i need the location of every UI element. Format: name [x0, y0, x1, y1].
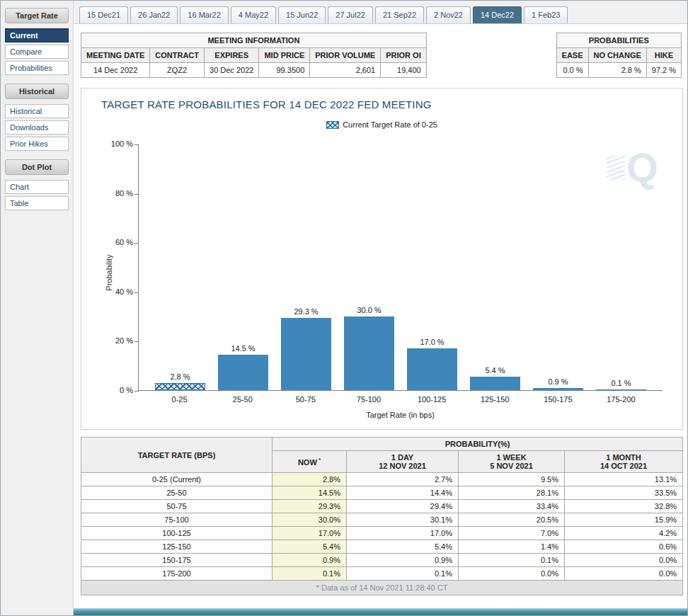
bar-value-label-100-125: 17.0 %: [420, 338, 444, 346]
bar-125-150: [470, 377, 520, 390]
sidebar-item-historical[interactable]: Historical: [5, 104, 69, 118]
tab-15-dec21[interactable]: 15 Dec21: [79, 6, 128, 23]
legend-hatched-swatch-icon: [326, 121, 339, 129]
sidebar-item-compare[interactable]: Compare: [5, 45, 69, 59]
sidebar-item-current[interactable]: Current: [5, 28, 69, 42]
sidebar-header-historical: Historical: [5, 84, 69, 99]
bar-175-200: [596, 389, 646, 390]
x-axis-title: Target Rate (in bps): [138, 411, 663, 419]
plot-area: Q 2.8 %14.5 %29.3 %30.0 %17.0 %5.4 %0.9 …: [138, 144, 663, 391]
y-tick-0: [134, 391, 139, 392]
rate-cell-25-50: 25-50: [81, 486, 273, 500]
sidebar-header-target-rate: Target Rate: [5, 8, 69, 23]
sidebar: Target RateCurrentCompareProbabilitiesHi…: [1, 1, 73, 615]
rate-cell-0-25-current: 0-25 (Current): [81, 473, 273, 486]
prob-col-sub-5-nov-2021: 5 NOV 2021: [464, 462, 558, 470]
meeting-info-value-99-3500: 99.3500: [259, 63, 310, 78]
bar-chart: Probability Q 2.8 %14.5 %29.3 %30.0 %17.…: [138, 144, 663, 419]
y-tick-label-40: 40 %: [102, 287, 133, 296]
prob-cell: 5.4%: [273, 540, 347, 554]
chart-panel: TARGET RATE PROBABILITIES FOR 14 DEC 202…: [81, 88, 683, 430]
tab-16-mar22[interactable]: 16 Mar22: [180, 6, 228, 23]
prob-cell: 33.5%: [565, 486, 683, 500]
rate-cell-150-175: 150-175: [81, 554, 273, 567]
probabilities-col-ease: EASE: [556, 48, 588, 63]
bar-100-125: [407, 348, 457, 390]
y-tick-label-100: 100 %: [102, 139, 133, 148]
prob-cell: 2.8%: [273, 473, 347, 486]
info-row: MEETING INFORMATION MEETING DATECONTRACT…: [74, 24, 688, 81]
bar-value-label-175-200: 0.1 %: [611, 379, 631, 387]
sidebar-item-downloads[interactable]: Downloads: [5, 120, 69, 135]
probabilities-value-2-8: 2.8 %: [588, 63, 646, 78]
tab-27-jul22[interactable]: 27 Jul22: [328, 6, 373, 23]
meeting-info-value-2-601: 2,601: [310, 63, 381, 78]
prob-cell: 1.4%: [459, 540, 565, 554]
table-row-150-175: 150-1750.9%0.9%0.1%0.0%: [81, 554, 683, 567]
tab-1-feb23[interactable]: 1 Feb23: [524, 6, 568, 23]
x-tick-label-100-125: 100-125: [401, 395, 464, 404]
x-tick-label-25-50: 25-50: [211, 395, 274, 404]
probabilities-col-no-change: NO CHANGE: [588, 48, 646, 63]
spacer: [74, 595, 688, 608]
prob-col-1-month: 1 MONTH14 OCT 2021: [565, 451, 683, 473]
bar-0-25: [155, 383, 205, 390]
prob-cell: 15.9%: [565, 513, 683, 527]
prob-cell: 14.5%: [273, 486, 347, 500]
sidebar-item-prior-hikes[interactable]: Prior Hikes: [5, 137, 69, 151]
prob-cell: 32.8%: [565, 500, 683, 513]
meeting-info-col-meeting-date: MEETING DATE: [81, 48, 150, 63]
meeting-info-value-14-dec-2022: 14 Dec 2022: [81, 63, 150, 78]
probabilities-col-hike: HIKE: [646, 48, 681, 63]
bar-value-label-50-75: 29.3 %: [294, 307, 318, 316]
bar-slot-125-150: 5.4 %: [464, 144, 527, 390]
prob-cell: 0.1%: [347, 567, 459, 581]
prob-cell: 0.0%: [565, 567, 683, 581]
prob-cell: 0.9%: [273, 554, 347, 567]
prob-cell: 30.1%: [347, 513, 459, 527]
x-tick-label-175-200: 175-200: [590, 395, 653, 404]
bar-25-50: [218, 355, 268, 390]
sidebar-header-dot-plot: Dot Plot: [5, 159, 69, 175]
y-tick-label-60: 60 %: [102, 238, 133, 246]
bar-value-label-25-50: 14.5 %: [231, 344, 255, 353]
x-axis-tick-labels: 0-2525-5050-7575-100100-125125-150150-17…: [138, 395, 663, 404]
table-row-175-200: 175-2000.1%0.1%0.0%0.0%: [81, 567, 683, 581]
meeting-info-col-contract: CONTRACT: [150, 48, 205, 63]
meeting-info-value-zqz2: ZQZ2: [150, 63, 205, 78]
prob-cell: 28.1%: [459, 486, 565, 500]
tab-14-dec22[interactable]: 14 Dec22: [473, 6, 522, 23]
meeting-info-col-prior-oi: PRIOR OI: [381, 48, 427, 63]
prob-cell: 30.0%: [273, 513, 347, 527]
prob-cell: 4.2%: [565, 527, 683, 540]
tab-15-jun22[interactable]: 15 Jun22: [278, 6, 326, 23]
bar-value-label-0-25: 2.8 %: [170, 372, 190, 381]
sidebar-item-chart[interactable]: Chart: [5, 180, 69, 194]
sidebar-item-probabilities[interactable]: Probabilities: [5, 61, 69, 75]
table-row-125-150: 125-1505.4%5.4%1.4%0.6%: [81, 540, 683, 554]
x-tick-label-150-175: 150-175: [527, 395, 590, 404]
prob-cell: 33.4%: [459, 500, 565, 513]
chart-title: TARGET RATE PROBABILITIES FOR 14 DEC 202…: [81, 89, 682, 110]
meeting-info-col-mid-price: MID PRICE: [259, 48, 310, 63]
footer-bar: [74, 608, 688, 615]
sidebar-item-table[interactable]: Table: [5, 196, 69, 210]
tab-2-nov22[interactable]: 2 Nov22: [426, 6, 471, 23]
prob-col-sub-14-oct-2021: 14 OCT 2021: [571, 462, 677, 470]
bar-slot-0-25: 2.8 %: [149, 144, 212, 390]
prob-cell: 14.4%: [347, 486, 459, 500]
prob-cell: 0.6%: [565, 540, 683, 554]
bar-value-label-125-150: 5.4 %: [485, 366, 505, 375]
tab-21-sep22[interactable]: 21 Sep22: [375, 6, 424, 23]
prob-cell: 9.5%: [459, 473, 565, 486]
meeting-information-title: MEETING INFORMATION: [81, 33, 427, 48]
probabilities-summary-table: PROBABILITIES EASENO CHANGEHIKE 0.0 %2.8…: [556, 33, 682, 78]
prob-cell: 0.1%: [459, 554, 565, 567]
target-rate-bps-header: TARGET RATE (BPS): [81, 438, 273, 473]
tab-26-jan22[interactable]: 26 Jan22: [130, 6, 178, 23]
tab-4-may22[interactable]: 4 May22: [231, 6, 276, 23]
prob-cell: 17.0%: [273, 527, 347, 540]
rate-cell-100-125: 100-125: [81, 527, 273, 540]
meeting-info-value-19-400: 19,400: [381, 63, 427, 78]
bar-slot-150-175: 0.9 %: [527, 144, 590, 390]
